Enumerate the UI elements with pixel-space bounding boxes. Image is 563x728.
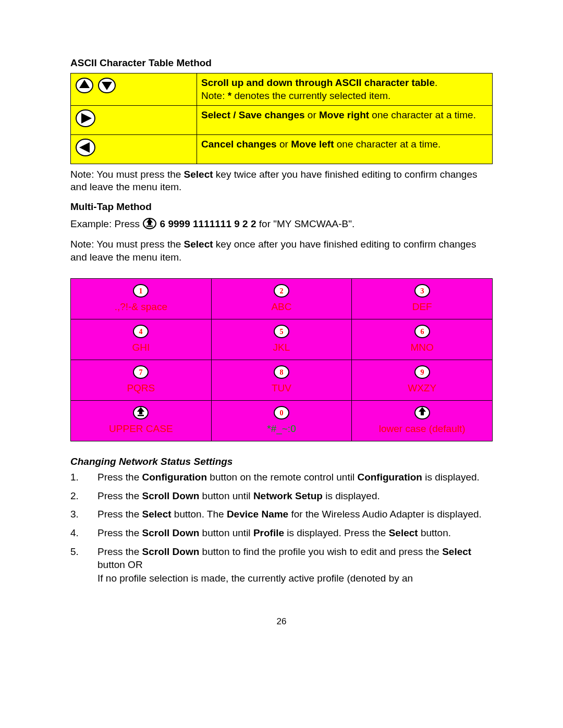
ascii-row-2-text: Select / Save changes or Move right one … (197, 106, 493, 135)
keypad-row: UPPER CASE 0 *#_~:0 lower case (default) (71, 401, 493, 441)
key-label: GHI (132, 342, 150, 353)
key-label: *#_~:0 (267, 423, 296, 434)
svg-text:3: 3 (420, 287, 424, 295)
svg-text:4: 4 (139, 328, 143, 336)
step-body: Press the Scroll Down button to find the… (97, 545, 493, 585)
key-label: JKL (273, 342, 290, 353)
step-number: 2. (70, 489, 97, 503)
table-row: Select / Save changes or Move right one … (71, 106, 493, 135)
key-8-icon: 8 (273, 364, 290, 379)
ascii-row-1-text: Scroll up and down through ASCII charact… (197, 73, 493, 106)
keypad-cell: 4 GHI (71, 319, 212, 360)
multitap-heading: Multi-Tap Method (70, 201, 493, 213)
steps-list: 1.Press the Configuration button on the … (70, 471, 493, 585)
key-7-icon: 7 (132, 364, 149, 379)
keypad-table: 1 .,?!-& space 2 ABC 3 DEF 4 GHI 5 JKL 6… (70, 278, 493, 441)
svg-rect-33 (138, 415, 144, 416)
table-row: Scroll up and down through ASCII charact… (71, 73, 493, 106)
left-arrow-icon (75, 138, 96, 157)
key-label: WXZY (408, 382, 436, 393)
step-item: 3.Press the Select button. The Device Na… (70, 508, 493, 521)
key-label: TUV (272, 382, 291, 393)
svg-text:2: 2 (279, 287, 283, 295)
up-arrow-icon (75, 77, 94, 93)
changing-network-heading: Changing Network Status Settings (70, 456, 493, 467)
multitap-note: Note: You must press the Select key once… (70, 238, 493, 264)
keypad-cell: 2 ABC (211, 279, 352, 319)
icon-cell-left (71, 135, 197, 164)
keypad-cell: 0 *#_~:0 (211, 401, 352, 441)
svg-rect-10 (148, 223, 151, 225)
step-number: 1. (70, 471, 97, 484)
down-arrow-icon (97, 77, 116, 93)
key-label: MNO (410, 342, 433, 353)
multitap-example: Example: Press 6 9999 1111111 9 2 2 for … (70, 217, 493, 231)
keypad-cell: 1 .,?!-& space (71, 279, 212, 319)
key-label: UPPER CASE (109, 423, 173, 434)
svg-rect-32 (139, 412, 142, 414)
keypad-cell: lower case (default) (352, 401, 493, 441)
svg-text:9: 9 (420, 368, 424, 376)
upper-case-icon (132, 405, 149, 419)
ascii-note: Note: You must press the Select key twic… (70, 168, 493, 194)
step-body: Press the Scroll Down button until Netwo… (97, 489, 493, 503)
key-2-icon: 2 (273, 283, 290, 298)
page-number: 26 (70, 616, 493, 627)
step-number: 5. (70, 545, 97, 559)
svg-text:6: 6 (420, 328, 424, 336)
key-label: PQRS (127, 382, 155, 393)
keypad-cell: 9 WXZY (352, 360, 493, 401)
key-label: lower case (default) (379, 423, 466, 434)
keypad-cell: 8 TUV (211, 360, 352, 401)
icon-cell-updown (71, 73, 197, 106)
svg-rect-11 (146, 226, 153, 227)
right-arrow-icon (75, 109, 96, 128)
svg-text:7: 7 (139, 368, 143, 376)
svg-text:8: 8 (279, 368, 283, 376)
upper-case-inline-icon (142, 217, 157, 229)
key-3-icon: 3 (414, 283, 431, 298)
keypad-cell: UPPER CASE (71, 401, 212, 441)
keypad-cell: 3 DEF (352, 279, 493, 319)
step-item: 2.Press the Scroll Down button until Net… (70, 489, 493, 503)
svg-text:1: 1 (139, 287, 143, 295)
icon-cell-right (71, 106, 197, 135)
keypad-cell: 5 JKL (211, 319, 352, 360)
key-0-icon: 0 (273, 405, 290, 419)
svg-text:5: 5 (279, 328, 283, 336)
keypad-cell: 6 MNO (352, 319, 493, 360)
key-label: DEF (412, 301, 432, 312)
key-1-icon: 1 (132, 283, 149, 298)
keypad-row: 7 PQRS 8 TUV 9 WXZY (71, 360, 493, 401)
key-4-icon: 4 (132, 324, 149, 338)
svg-text:0: 0 (279, 409, 283, 417)
ascii-row-3-text: Cancel changes or Move left one characte… (197, 135, 493, 164)
svg-rect-38 (421, 412, 424, 415)
step-body: Press the Configuration button on the re… (97, 471, 493, 484)
step-body: Press the Scroll Down button until Profi… (97, 526, 493, 540)
keypad-cell: 7 PQRS (71, 360, 212, 401)
step-body: Press the Select button. The Device Name… (97, 508, 493, 521)
ascii-method-heading: ASCII Character Table Method (70, 57, 493, 69)
key-9-icon: 9 (414, 364, 431, 379)
key-label: ABC (271, 301, 291, 312)
step-number: 3. (70, 508, 97, 521)
key-5-icon: 5 (273, 324, 290, 338)
keypad-row: 1 .,?!-& space 2 ABC 3 DEF (71, 279, 493, 319)
ascii-method-table: Scroll up and down through ASCII charact… (70, 73, 493, 164)
key-6-icon: 6 (414, 324, 431, 338)
step-item: 5.Press the Scroll Down button to find t… (70, 545, 493, 585)
step-item: 1.Press the Configuration button on the … (70, 471, 493, 484)
lower-case-icon (414, 405, 431, 419)
table-row: Cancel changes or Move left one characte… (71, 135, 493, 164)
keypad-row: 4 GHI 5 JKL 6 MNO (71, 319, 493, 360)
step-number: 4. (70, 526, 97, 540)
step-item: 4.Press the Scroll Down button until Pro… (70, 526, 493, 540)
key-label: .,?!-& space (115, 301, 167, 312)
